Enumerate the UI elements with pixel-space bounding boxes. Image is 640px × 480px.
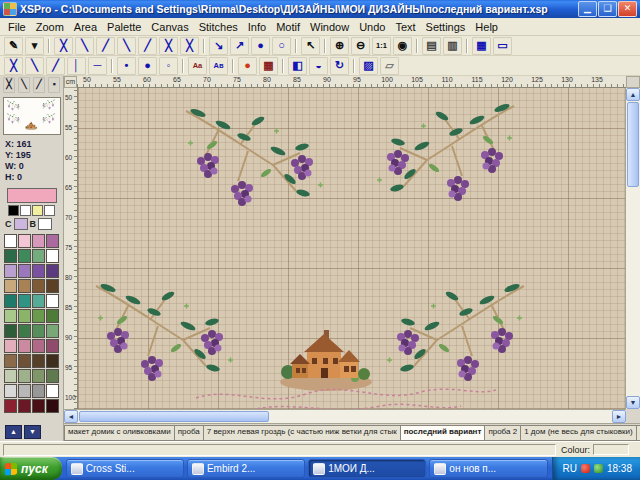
knot-small-icon[interactable]: • (117, 57, 136, 75)
palette-editor-icon[interactable]: ▦ (259, 57, 278, 75)
menu-undo[interactable]: Undo (354, 20, 390, 34)
palette-swatch-25[interactable] (18, 324, 31, 338)
palette-swatch-31[interactable] (46, 339, 59, 353)
tray-icon-2[interactable] (594, 464, 603, 473)
palette-swatch-6[interactable] (32, 249, 45, 263)
quarter-stitch-tr-icon[interactable]: ╱ (138, 37, 157, 55)
palette-swatch-24[interactable] (4, 324, 17, 338)
pattern-preview[interactable] (3, 97, 61, 135)
menu-file[interactable]: File (3, 20, 31, 34)
palette-swatch-16[interactable] (4, 294, 17, 308)
palette-swatch-42[interactable] (32, 384, 45, 398)
b-label[interactable]: B (30, 219, 37, 229)
rulers-toggle-icon[interactable]: ▭ (493, 37, 512, 55)
palette-swatch-9[interactable] (18, 264, 31, 278)
half-stitch-back-icon[interactable]: ╲ (75, 37, 94, 55)
taskbar-task-0[interactable]: Cross Sti... (66, 459, 184, 478)
color-wheel-icon[interactable]: ● (238, 57, 257, 75)
start-button[interactable]: пуск (0, 457, 62, 480)
mini-block-icon[interactable]: ▪ (48, 77, 60, 93)
fill-tool-icon[interactable]: ▨ (359, 57, 378, 75)
flip-vertical-icon[interactable]: ◒ (309, 57, 328, 75)
sheet-tab-4[interactable]: проба 2 (485, 425, 521, 441)
design-canvas[interactable] (78, 88, 625, 409)
palette-swatch-29[interactable] (18, 339, 31, 353)
half-petite-back-icon[interactable]: ╲ (25, 57, 44, 75)
horizontal-scroll-thumb[interactable] (79, 411, 269, 422)
scroll-right-button[interactable]: ► (612, 410, 626, 423)
select-arrow-icon[interactable]: ↖ (301, 37, 320, 55)
sheet-tab-5[interactable]: 1 дом (не весь для стыковки) (521, 425, 637, 441)
palette-swatch-37[interactable] (18, 369, 31, 383)
maximize-button[interactable]: ❑ (598, 1, 617, 17)
palette-swatch-26[interactable] (32, 324, 45, 338)
menu-settings[interactable]: Settings (421, 20, 471, 34)
petite-stitch-icon[interactable]: ╳ (4, 57, 23, 75)
current-color-swatch[interactable] (7, 188, 57, 203)
quick-swatch-0[interactable] (8, 205, 19, 216)
palette-swatch-38[interactable] (32, 369, 45, 383)
palette-swatch-36[interactable] (4, 369, 17, 383)
palette-swatch-20[interactable] (4, 309, 17, 323)
palette-scroll-up-button[interactable]: ▲ (5, 425, 22, 439)
b-swatch[interactable] (38, 218, 52, 230)
palette-swatch-39[interactable] (46, 369, 59, 383)
palette-swatch-19[interactable] (46, 294, 59, 308)
pencil-dropdown-icon[interactable]: ▾ (25, 37, 44, 55)
three-quarter-stitch-2-icon[interactable]: ╳ (180, 37, 199, 55)
palette-swatch-28[interactable] (4, 339, 17, 353)
palette-swatch-27[interactable] (46, 324, 59, 338)
c-swatch[interactable] (14, 218, 28, 230)
palette-swatch-32[interactable] (4, 354, 17, 368)
palette-swatch-22[interactable] (32, 309, 45, 323)
print-icon[interactable]: ▤ (422, 37, 441, 55)
menu-palette[interactable]: Palette (102, 20, 146, 34)
zoom-actual-icon[interactable]: 1:1 (372, 37, 391, 55)
palette-swatch-45[interactable] (18, 399, 31, 413)
pencil-tool-icon[interactable]: ✎ (4, 37, 23, 55)
sheet-tab-6[interactable]: 2 правая ниж гр (637, 425, 640, 441)
minimize-button[interactable]: ▁ (578, 1, 597, 17)
vertical-scroll-thumb[interactable] (627, 102, 639, 187)
rotate-icon[interactable]: ↻ (330, 57, 349, 75)
text-tool-cyrillic-icon[interactable]: Ав (209, 57, 228, 75)
view-mode-eye-icon[interactable]: ◉ (393, 37, 412, 55)
half-stitch-forward-icon[interactable]: ╱ (96, 37, 115, 55)
quick-swatch-1[interactable] (20, 205, 31, 216)
three-quarter-stitch-1-icon[interactable]: ╳ (159, 37, 178, 55)
scroll-down-button[interactable]: ▼ (626, 396, 640, 409)
menu-text[interactable]: Text (390, 20, 420, 34)
palette-swatch-12[interactable] (4, 279, 17, 293)
palette-swatch-18[interactable] (32, 294, 45, 308)
knot-large-icon[interactable]: ● (138, 57, 157, 75)
eraser-icon[interactable]: ▱ (380, 57, 399, 75)
palette-swatch-2[interactable] (32, 234, 45, 248)
palette-swatch-40[interactable] (4, 384, 17, 398)
horizontal-stitch-icon[interactable]: ─ (88, 57, 107, 75)
sheet-tab-3[interactable]: последний вариант (401, 425, 486, 441)
flip-horizontal-icon[interactable]: ◧ (288, 57, 307, 75)
quarter-stitch-tl-icon[interactable]: ╲ (117, 37, 136, 55)
sheet-tab-0[interactable]: макет домик с оливковками (64, 425, 175, 441)
vertical-stitch-icon[interactable]: │ (67, 57, 86, 75)
palette-swatch-30[interactable] (32, 339, 45, 353)
vertical-scrollbar[interactable]: ▲ ▼ (625, 88, 640, 409)
palette-swatch-15[interactable] (46, 279, 59, 293)
mini-half-forward-icon[interactable]: ╱ (33, 77, 45, 93)
grid-toggle-icon[interactable]: ▦ (472, 37, 491, 55)
print-preview-icon[interactable]: ▥ (443, 37, 462, 55)
menu-area[interactable]: Area (69, 20, 102, 34)
bead-icon[interactable]: ○ (272, 37, 291, 55)
palette-swatch-23[interactable] (46, 309, 59, 323)
zoom-in-icon[interactable]: ⊕ (330, 37, 349, 55)
french-knot-icon[interactable]: ● (251, 37, 270, 55)
palette-swatch-35[interactable] (46, 354, 59, 368)
title-bar[interactable]: XSPro - C:\Documents and Settings\Rimma\… (0, 0, 640, 18)
sheet-tab-1[interactable]: проба (175, 425, 204, 441)
palette-swatch-5[interactable] (18, 249, 31, 263)
horizontal-scrollbar[interactable]: ◄ ► (64, 409, 626, 423)
taskbar-task-3[interactable]: он нов п... (429, 459, 547, 478)
half-petite-forward-icon[interactable]: ╱ (46, 57, 65, 75)
palette-swatch-41[interactable] (18, 384, 31, 398)
mini-half-back-icon[interactable]: ╲ (18, 77, 30, 93)
